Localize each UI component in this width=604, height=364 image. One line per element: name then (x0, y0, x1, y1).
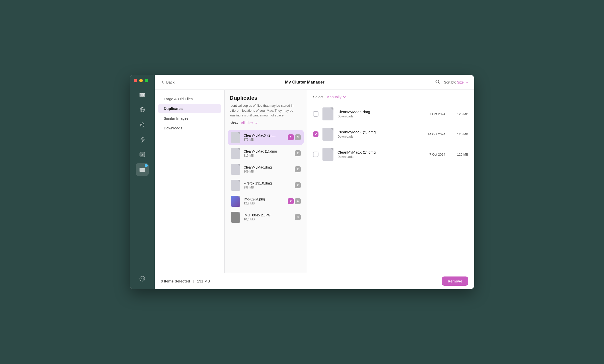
badge-count: 3 (295, 214, 301, 220)
svg-line-12 (438, 83, 439, 84)
page-title: My Clutter Manager (174, 80, 435, 85)
sort-by-value[interactable]: Size (457, 80, 468, 84)
lightning-icon[interactable] (136, 133, 149, 146)
file-size: 315 MB (244, 154, 292, 157)
face-icon[interactable] (136, 272, 149, 285)
items-divider: | (193, 279, 194, 283)
sort-by-control[interactable]: Sort by: Size (444, 80, 468, 84)
file-detail-size: 125 MB (453, 112, 468, 116)
file-name: CleanMyMac.dmg (244, 165, 292, 169)
file-icon (231, 132, 241, 142)
show-label: Show: (230, 121, 239, 125)
file-detail-size: 125 MB (453, 132, 468, 136)
minimize-button[interactable] (139, 79, 143, 82)
file-detail-row: CleanMyMacX (1).dmg Downloads 7 Oct 2024… (313, 144, 468, 164)
items-total-size: 131 MB (197, 279, 210, 283)
close-button[interactable] (134, 79, 137, 82)
category-large-old-files[interactable]: Large & Old Files (158, 94, 221, 103)
hand-icon[interactable] (136, 118, 149, 131)
file-size: 12,7 MB (244, 202, 285, 205)
file-icon (231, 180, 241, 190)
dmg-icon (231, 148, 240, 159)
badge-count-1: 2 (288, 198, 294, 204)
file-detail-name: CleanMyMacX (1).dmg (337, 150, 425, 154)
file-detail-location: Downloads (337, 114, 425, 118)
file-list: CleanMyMacX (2).... 375 MB 1 3 (225, 128, 307, 273)
badge-group: 2 (295, 150, 301, 156)
sidebar-bottom (136, 272, 149, 285)
category-duplicates[interactable]: Duplicates (158, 104, 221, 113)
select-dropdown[interactable]: Manually (326, 95, 346, 99)
category-downloads[interactable]: Downloads (158, 123, 221, 133)
search-icon[interactable] (435, 79, 440, 85)
file-info: CleanMyMac.dmg 309 MB (244, 165, 292, 173)
maximize-button[interactable] (145, 79, 148, 82)
file-size: 298 MB (244, 186, 292, 189)
file-checkbox-1[interactable] (313, 111, 318, 117)
main-window: X (130, 75, 474, 289)
folder-icon[interactable] (136, 163, 149, 176)
file-detail-size: 125 MB (453, 153, 468, 156)
file-name: Firefox 131.0.dmg (244, 181, 292, 185)
file-size: 309 MB (244, 170, 292, 173)
dmg-icon (231, 164, 240, 175)
header: Back My Clutter Manager Sort by: Size (155, 75, 474, 90)
items-info: 3 Items Selected | 131 MB (161, 279, 438, 283)
list-item[interactable]: img-02-ja.png 12,7 MB 2 4 (228, 194, 304, 209)
sidebar: X (130, 75, 155, 289)
show-filter: Show: All Files (230, 121, 302, 125)
file-detail-date: 7 Oct 2024 (429, 153, 445, 156)
file-name: CleanMyMac (1).dmg (244, 149, 292, 153)
globe-icon[interactable] (136, 103, 149, 116)
file-checkbox-3[interactable] (313, 152, 318, 157)
badge-group: 2 (295, 182, 301, 188)
svg-rect-2 (140, 93, 145, 94)
file-detail-icon (322, 128, 333, 141)
file-detail-icon (322, 148, 333, 161)
file-detail-date: 14 Oct 2024 (428, 132, 445, 136)
svg-point-10 (143, 278, 144, 279)
list-item[interactable]: IMG_0045 2.JPG 10,6 MB 3 (228, 210, 304, 225)
left-panel: Large & Old Files Duplicates Similar Ima… (155, 90, 225, 273)
file-info: Firefox 131.0.dmg 298 MB (244, 181, 292, 189)
select-label: Select: (313, 95, 324, 99)
file-icon (231, 148, 241, 158)
badge-count-2: 4 (295, 198, 301, 204)
disk-icon[interactable] (136, 88, 149, 101)
middle-panel-header: Duplicates Identical copies of files tha… (225, 90, 307, 128)
list-item[interactable]: CleanMyMac (1).dmg 315 MB 2 (228, 146, 304, 161)
file-info: CleanMyMac (1).dmg 315 MB (244, 149, 292, 157)
file-detail-row: CleanMyMacX (2).dmg Downloads 14 Oct 202… (313, 124, 468, 144)
badge-count: 2 (295, 150, 301, 156)
file-detail-date: 7 Oct 2024 (429, 112, 445, 116)
svg-text:X: X (141, 153, 143, 156)
file-info: IMG_0045 2.JPG 10,6 MB (244, 213, 292, 221)
svg-point-8 (140, 276, 145, 281)
file-detail-info: CleanMyMacX (1).dmg Downloads (337, 150, 425, 159)
file-name: IMG_0045 2.JPG (244, 213, 292, 217)
back-label: Back (166, 80, 174, 84)
file-icon (231, 212, 241, 222)
badge-count: 2 (295, 182, 301, 188)
sort-by-label: Sort by: (444, 80, 456, 84)
xcode-icon[interactable]: X (136, 148, 149, 161)
file-detail-icon (322, 107, 333, 120)
file-name: CleanMyMacX (2).... (244, 133, 285, 137)
list-item[interactable]: Firefox 131.0.dmg 298 MB 2 (228, 178, 304, 193)
back-button[interactable]: Back (161, 80, 174, 84)
file-detail-info: CleanMyMacX (2).dmg Downloads (337, 130, 424, 138)
items-selected-count: 3 Items Selected (161, 279, 190, 283)
remove-button[interactable]: Remove (442, 276, 468, 286)
file-checkbox-2[interactable] (313, 131, 318, 137)
list-item[interactable]: CleanMyMac.dmg 309 MB 2 (228, 162, 304, 177)
file-size: 375 MB (244, 138, 285, 141)
traffic-lights (130, 79, 148, 82)
show-filter-value[interactable]: All Files (241, 121, 258, 125)
list-item[interactable]: CleanMyMacX (2).... 375 MB 1 3 (228, 130, 304, 145)
category-similar-images[interactable]: Similar Images (158, 114, 221, 123)
badge-group: 2 4 (288, 198, 301, 204)
file-detail-name: CleanMyMacX (2).dmg (337, 130, 424, 134)
dmg-icon (231, 132, 240, 143)
panel-title: Duplicates (230, 95, 302, 101)
main-area: Back My Clutter Manager Sort by: Size (155, 75, 474, 289)
